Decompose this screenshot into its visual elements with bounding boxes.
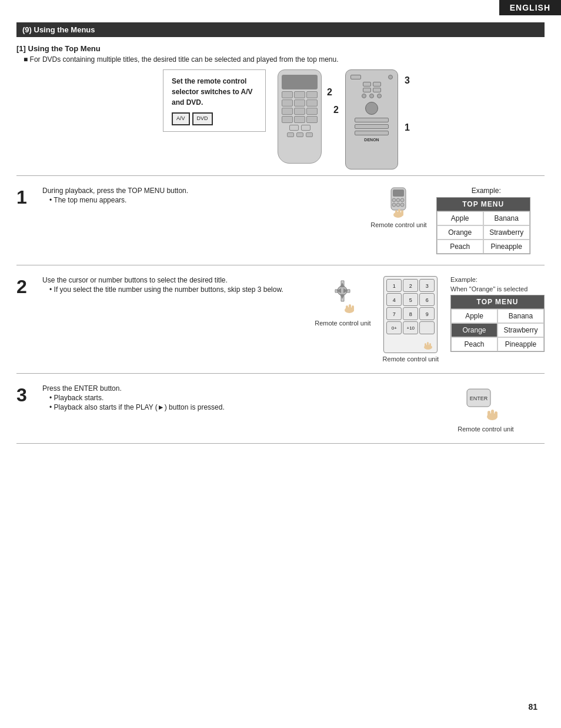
svg-rect-1 [393, 190, 404, 197]
step3-bullet1: • Playback starts. [49, 394, 421, 402]
numpad-6: 6 [419, 293, 435, 306]
step1-remote-label: Remote control unit [370, 221, 426, 228]
svg-rect-21 [352, 305, 354, 311]
numpad-hand [386, 335, 435, 350]
label-1: 1 [405, 122, 410, 133]
step3-instruction: Press the ENTER button. [42, 384, 421, 393]
step3-bullet2: • Playback also starts if the PLAY (►) b… [49, 403, 421, 411]
selector-line: A/V DVD [172, 112, 257, 125]
menu-cell-strawberry1: Strawberry [483, 225, 530, 240]
step2-illustrations: Remote control unit 1 2 3 4 5 6 7 8 9 [315, 276, 545, 363]
numpad-5: 5 [403, 293, 418, 306]
menu-cell-banana1: Banana [483, 211, 530, 225]
numpad: 1 2 3 4 5 6 7 8 9 0+ +10 [383, 276, 438, 353]
remote-buttons [282, 91, 318, 123]
svg-point-6 [396, 203, 400, 207]
step3-remote-label: Remote control unit [458, 426, 513, 433]
step1-top-menu: TOP MENU Apple Banana Orange Strawberry … [436, 197, 530, 254]
menu-cell-banana2: Banana [497, 309, 544, 323]
step2-example-label: Example: [450, 276, 545, 283]
step1-menu-title: TOP MENU [437, 198, 530, 211]
selector-av: A/V [172, 112, 190, 125]
svg-rect-24 [427, 342, 429, 348]
step3-enter-area: ENTER [462, 384, 509, 426]
numpad-grid: 1 2 3 4 5 6 7 8 9 0+ +10 [386, 279, 435, 334]
step2-example-sub: When "Orange" is selected [450, 285, 545, 292]
left-remote-area: 2 [278, 69, 322, 164]
step1-remote-area: Remote control unit [370, 187, 426, 228]
label-3: 3 [405, 75, 410, 86]
numpad-4: 4 [386, 293, 402, 306]
svg-rect-31 [495, 411, 497, 418]
step3-content: Press the ENTER button. • Playback start… [42, 384, 421, 413]
menu-cell-strawberry2: Strawberry [497, 323, 544, 337]
menu-cell-apple2: Apple [451, 309, 497, 323]
menu-cell-peach2: Peach [451, 337, 497, 351]
step1-example: Example: TOP MENU Apple Banana Orange St… [436, 187, 530, 254]
step3-right: ENTER Remote control unit [427, 384, 545, 433]
step2-content: Use the cursor or number buttons to sele… [42, 276, 309, 295]
svg-point-7 [400, 203, 404, 207]
numpad-extra [419, 321, 435, 334]
svg-rect-25 [429, 343, 431, 348]
step3-enter-svg: ENTER [464, 386, 508, 424]
svg-point-5 [392, 203, 396, 207]
section-title: (9) Using the Menus [16, 22, 545, 37]
numpad-hand-svg [420, 335, 435, 350]
step1-row: 1 During playback, press the TOP MENU bu… [16, 176, 545, 265]
set-remote-box: Set the remote control selector switches… [163, 69, 266, 132]
step2-bullet: • If you select the title number using t… [49, 285, 309, 294]
step2-cursor-svg [323, 278, 362, 316]
step2-cursor-remote [322, 276, 363, 317]
step1-content: During playback, press the TOP MENU butt… [42, 187, 350, 205]
step1-example-label: Example: [472, 187, 501, 195]
step2-numpad-area: 1 2 3 4 5 6 7 8 9 0+ +10 [383, 276, 439, 363]
numpad-10plus: +10 [403, 321, 418, 334]
step1-remote-svg [382, 187, 415, 219]
menu-cell-apple1: Apple [437, 211, 483, 225]
numpad-0plus: 0+ [386, 321, 402, 334]
subsection-title: [1] Using the Top Menu [16, 44, 545, 53]
svg-rect-19 [346, 305, 348, 311]
denon-brand: DENON [348, 138, 395, 142]
numpad-3: 3 [419, 279, 435, 292]
numpad-8: 8 [403, 307, 418, 320]
step1-right-row: Remote control unit Example: TOP MENU Ap… [370, 187, 530, 254]
svg-rect-11 [401, 210, 403, 216]
numpad-1: 1 [386, 279, 402, 292]
step1-bullet: • The top menu appears. [49, 196, 350, 204]
numpad-2: 2 [403, 279, 418, 292]
numpad-9: 9 [419, 307, 435, 320]
step1-menu-grid: Apple Banana Orange Strawberry Peach Pin… [437, 211, 530, 254]
step3-row: 3 Press the ENTER button. • Playback sta… [16, 374, 545, 444]
step2-top-menu: TOP MENU Apple Banana Orange Strawberry … [450, 295, 545, 352]
menu-cell-orange2: Orange [451, 323, 497, 337]
step1-number: 1 [16, 188, 36, 207]
svg-point-2 [392, 198, 396, 202]
svg-point-4 [400, 198, 404, 202]
menu-cell-orange1: Orange [437, 225, 483, 240]
step1-instruction: During playback, press the TOP MENU butt… [42, 187, 350, 195]
menu-cell-pineapple2: Pineapple [497, 337, 544, 351]
step2-numpad-label: Remote control unit [383, 355, 439, 363]
step2-example: Example: When "Orange" is selected TOP M… [450, 276, 545, 352]
intro-text: ■ For DVDs containing multiple titles, t… [24, 55, 545, 64]
step2-right: Remote control unit 1 2 3 4 5 6 7 8 9 [315, 276, 545, 363]
left-remote [278, 69, 322, 164]
numpad-7: 7 [386, 307, 402, 320]
svg-text:ENTER: ENTER [469, 395, 487, 401]
menu-cell-pineapple1: Pineapple [483, 240, 530, 254]
step2-menu-title: TOP MENU [451, 295, 544, 308]
step2-number: 2 [16, 277, 36, 296]
step2-cursor-area: Remote control unit [315, 276, 370, 327]
step2-remote-label: Remote control unit [315, 320, 370, 327]
menu-cell-peach1: Peach [437, 240, 483, 254]
svg-rect-29 [487, 411, 490, 418]
svg-rect-20 [349, 304, 351, 311]
step3-number: 3 [16, 385, 36, 404]
set-remote-text: Set the remote control selector switches… [172, 77, 253, 107]
label-2b: 2 [333, 105, 339, 115]
label-2a: 2 [327, 87, 332, 98]
svg-rect-9 [395, 210, 398, 216]
svg-rect-23 [425, 343, 426, 348]
